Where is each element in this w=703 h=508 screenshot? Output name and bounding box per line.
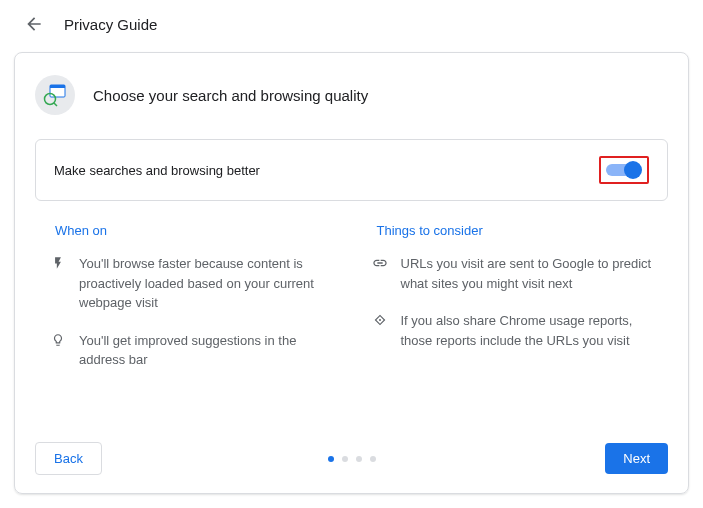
next-button[interactable]: Next xyxy=(605,443,668,474)
list-item: You'll get improved suggestions in the a… xyxy=(35,331,347,370)
dot xyxy=(370,456,376,462)
toggle-label: Make searches and browsing better xyxy=(54,163,260,178)
svg-rect-1 xyxy=(50,85,65,88)
dot xyxy=(342,456,348,462)
dot xyxy=(328,456,334,462)
toggle-setting-row[interactable]: Make searches and browsing better xyxy=(35,139,668,201)
search-browser-icon xyxy=(35,75,75,115)
list-item: You'll browse faster because content is … xyxy=(35,254,347,313)
svg-line-3 xyxy=(54,103,57,106)
page-title: Privacy Guide xyxy=(64,16,157,33)
when-on-column: When on You'll browse faster because con… xyxy=(35,223,347,388)
bolt-icon xyxy=(49,254,67,271)
toggle-switch[interactable] xyxy=(606,161,642,179)
info-columns: When on You'll browse faster because con… xyxy=(35,223,668,388)
back-arrow-icon[interactable] xyxy=(24,14,44,34)
when-on-title: When on xyxy=(55,223,347,238)
pagination-dots xyxy=(328,456,376,462)
svg-point-4 xyxy=(379,319,381,321)
highlight-annotation xyxy=(599,156,649,184)
lightbulb-icon xyxy=(49,331,67,348)
dot xyxy=(356,456,362,462)
target-icon xyxy=(371,311,389,328)
page-header: Privacy Guide xyxy=(0,0,703,46)
back-button[interactable]: Back xyxy=(35,442,102,475)
consider-title: Things to consider xyxy=(377,223,669,238)
privacy-card: Choose your search and browsing quality … xyxy=(14,52,689,494)
card-title: Choose your search and browsing quality xyxy=(93,87,368,104)
card-title-row: Choose your search and browsing quality xyxy=(35,75,668,115)
card-footer: Back Next xyxy=(15,426,688,493)
list-item: If you also share Chrome usage reports, … xyxy=(357,311,669,350)
list-item: URLs you visit are sent to Google to pre… xyxy=(357,254,669,293)
consider-column: Things to consider URLs you visit are se… xyxy=(357,223,669,388)
link-icon xyxy=(371,254,389,271)
